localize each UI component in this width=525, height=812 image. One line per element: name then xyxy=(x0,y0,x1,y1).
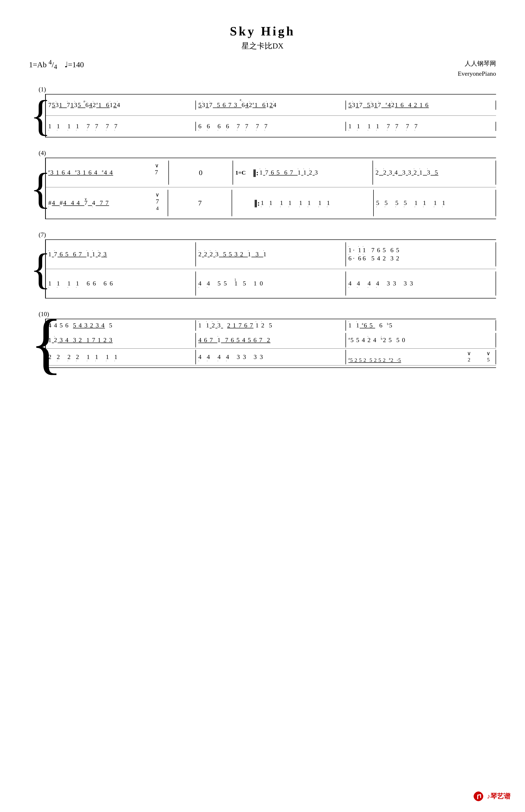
measure-1-1: ·75·31 ·71·35 ·#64·2#1 6·12·4 xyxy=(46,100,196,110)
bass-notes: ·2 ·2 ·2 ·2 ·1 ·1 ·1 ·1 xyxy=(48,354,118,361)
subtitle: 星之卡比DX xyxy=(19,41,506,51)
measure-10-3-top: ·1 ·1 #6 5 6 b5 xyxy=(346,320,496,331)
note-7hi: ·7 xyxy=(48,102,52,109)
bass-notes: ·6 ·6 ·6 ·6 ·7 ·7 ·7 ·7 xyxy=(198,123,268,130)
repeat-start: ‖: xyxy=(253,169,259,177)
source2: EveryonePiano xyxy=(458,69,496,79)
measure-4-1: #3 1 6 4 #3 1 6 4 #4 4 ∨7 xyxy=(46,160,169,185)
source1: 人人钢琴网 xyxy=(458,59,496,69)
notes: 5·31·7 5 6 7 3 ·#64·2#1 6·12·4 xyxy=(198,102,277,109)
bar-left-1 xyxy=(45,94,46,137)
measure-7-1: ·1 ·7 6 5 6 7 ·1 ·1 ·2 3 xyxy=(46,242,196,266)
bass-notes: #5 2 5 2 5 2 5 2 #2 ·5 xyxy=(348,357,401,363)
bass-measure-7-2: ·4 ·4 5 5 11 5 1 0 xyxy=(196,271,346,296)
key-change-section: 1=C xyxy=(233,170,250,176)
ornament-3b: ∨5 xyxy=(486,350,491,363)
ornament2: ∨74 xyxy=(155,192,159,212)
bass-notes: ·1 ·1 ·1 ·1 ·7 ·7 ·7 ·7 xyxy=(48,123,118,130)
key-change-label: 1=C xyxy=(236,170,246,176)
measure-1-3: 5·31·7 5·31·7 #4·21 6 4 2 1 6 xyxy=(346,100,496,110)
bass-measure-4-1: ·#4 ·#4 4 4 ∨7 ·4 7 7 ∨74 xyxy=(46,190,168,216)
brace-1: { xyxy=(30,94,51,137)
treble-staff-1: ·75·31 ·71·35 ·#64·2#1 6·12·4 5·31·7 5 6… xyxy=(46,94,496,116)
rest: 0 xyxy=(199,169,202,177)
tempo-info: 1=Ab 4/4 ♩=140 xyxy=(29,59,84,71)
measure-10-1-main: ·1 ·2 3 4 3 2 1 7 1 2 3 xyxy=(46,333,196,347)
section-label-1: (1) xyxy=(39,86,496,93)
section-label-10: (10) xyxy=(39,311,496,318)
bass-notes: ·1 ·1 ·1 ·1 ·1 ·1 ·1 ·1 xyxy=(261,199,331,207)
bass-notes: ·#4 ·#4 4 4 ∨7 ·4 7 7 xyxy=(48,199,109,207)
measure-4-3: ‖: ·1 ·7 6 5 6 7 ·1 ·1 ·2 3 xyxy=(250,160,373,185)
bass-staff-7: ·1 ·1 ·1 ·1 6 6 6 6 ·4 ·4 5 5 11 xyxy=(46,269,496,298)
source-info: 人人钢琴网 EveryonePiano xyxy=(458,59,496,79)
ornament: ∨7 xyxy=(155,162,159,176)
notes: 5·31·7 5·31·7 #4·21 6 4 2 1 6 xyxy=(348,102,429,109)
measure-10-2-main: 4 6 7 ·1 7 6 5 4 5 6 7 2 xyxy=(196,333,346,347)
notes: #5 5 4 ·2 4 ·b2 5 5 0 xyxy=(348,337,406,344)
repeat-start-bass: ‖: xyxy=(254,199,260,207)
measure-4-2: 0 xyxy=(169,160,233,185)
treble-lower: ·6· ·6 ·6 5 4 2 3 2 xyxy=(348,255,400,262)
bass-notes: ·4 ·4 5 5 11 5 1 0 xyxy=(198,280,264,287)
key-signature: 1=Ab 4/4 xyxy=(29,59,57,71)
bass-measure-4-2: 7 xyxy=(168,190,232,216)
logo-icon xyxy=(472,790,484,802)
measure-1-2: 5·31·7 5 6 7 3 ·#64·2#1 6·12·4 xyxy=(196,100,346,110)
bass-measure-1-2: ·6 ·6 ·6 ·6 ·7 ·7 ·7 ·7 xyxy=(196,122,346,131)
bass-notes: ·4 ·4 ·4 ·4 3 3 3 3 xyxy=(348,280,414,287)
bass-measure-10-3: ∨2 ∨5 #5 2 5 2 5 2 5 2 #2 ·5 xyxy=(346,350,496,364)
notes: ·2 ·2 3 4 3 3 ·2 ·1 ·3 5 xyxy=(375,169,438,176)
measure-4-4: ·2 ·2 3 4 3 3 ·2 ·1 ·3 5 xyxy=(373,160,496,185)
page: Sky High 星之卡比DX 1=Ab 4/4 ♩=140 人人钢琴网 Eve… xyxy=(0,0,525,812)
title-section: Sky High 星之卡比DX xyxy=(19,24,506,51)
treble-top-10: 4 4 5 6 5 4 3 2 3 4 5 ·1 ·1 ·2 ·3 2 1 7 xyxy=(46,319,496,332)
bass-notes: ·4 ·4 ·4 ·4 3 3 3 3 xyxy=(198,354,264,361)
bass-measure-7-3: ·4 ·4 ·4 ·4 3 3 3 3 xyxy=(346,271,496,296)
bass-staff-4: ·#4 ·#4 4 4 ∨7 ·4 7 7 ∨74 7 xyxy=(46,187,496,219)
treble-staff-7: ·1 ·7 6 5 6 7 ·1 ·1 ·2 3 ·2 ·2 ·2 xyxy=(46,239,496,269)
bass-measure-1-1: ·1 ·1 ·1 ·1 ·7 ·7 ·7 ·7 xyxy=(46,122,196,131)
bass-notes: ·5 ·5 ·5 ·5 ·1 ·1 ·1 ·1 xyxy=(376,199,446,207)
bass-measure-4-4: ·5 ·5 ·5 ·5 ·1 ·1 ·1 ·1 xyxy=(374,190,496,216)
bar-left-10 xyxy=(45,319,46,368)
bass-measure-4-3: ‖: ·1 ·1 ·1 ·1 ·1 ·1 ·1 ·1 xyxy=(251,190,374,216)
notes: ·75·31 ·71·35 ·#64·2#1 6·12·4 xyxy=(48,102,121,109)
bass-measure-10-2: ·4 ·4 ·4 ·4 3 3 3 3 xyxy=(196,350,346,364)
notes: ·1 ·7 6 5 6 7 ·1 ·1 ·2 3 xyxy=(48,251,107,258)
section-label-4: (4) xyxy=(39,150,496,157)
bass-top-10: ·2 ·2 ·2 ·2 ·1 ·1 ·1 ·1 ·4 ·4 xyxy=(46,349,496,365)
ornament-3a: ∨2 xyxy=(467,350,471,363)
treble-upper: ·1· ·1 ·1 7 6 5 6 5 xyxy=(348,247,400,254)
measure-10-1-top: 4 4 5 6 5 4 3 2 3 4 5 xyxy=(46,320,196,331)
notes: ·1 ·1 ·2 ·3 2 1 7 6 7 ·1 ·2 5 xyxy=(198,322,273,329)
logo-text: ♪琴艺谱 xyxy=(487,792,511,801)
notes: 4 6 7 ·1 7 6 5 4 5 6 7 2 xyxy=(198,337,270,344)
bottom-logo: ♪琴艺谱 xyxy=(472,790,511,802)
measure-10-3-main: #5 5 4 ·2 4 ·b2 5 5 0 xyxy=(346,333,496,347)
section-label-7: (7) xyxy=(39,231,496,238)
notes: ·1 ·7 6 5 6 7 ·1 ·1 ·2 3 xyxy=(260,169,318,176)
treble-main-10: ·1 ·2 3 4 3 2 1 7 1 2 3 4 6 7 ·1 7 6 5 4… xyxy=(46,332,496,349)
measure-7-3: ·1· ·1 ·1 7 6 5 6 5 ·6· ·6 ·6 5 4 2 3 2 xyxy=(346,242,496,266)
treble-staff-4: #3 1 6 4 #3 1 6 4 #4 4 ∨7 0 1=C ‖: xyxy=(46,158,496,187)
bass-measure-10-1: ·2 ·2 ·2 ·2 ·1 ·1 ·1 ·1 xyxy=(46,350,196,364)
bass-measure-7-1: ·1 ·1 ·1 ·1 6 6 6 6 xyxy=(46,271,196,296)
bass-bottom-10 xyxy=(46,365,496,368)
measure-10-2-top: ·1 ·1 ·2 ·3 2 1 7 6 7 ·1 ·2 5 xyxy=(196,320,346,331)
measure-7-2: ·2 ·2 ·2 ·3 5 5 3 2 ·1 3 ·1 xyxy=(196,242,346,266)
bass-notes: ·1 ·1 ·1 ·1 ·7 ·7 ·7 ·7 xyxy=(348,123,418,130)
meta-row: 1=Ab 4/4 ♩=140 人人钢琴网 EveryonePiano xyxy=(29,59,496,79)
rest: 7 xyxy=(198,199,202,207)
bass-staff-1: ·1 ·1 ·1 ·1 ·7 ·7 ·7 ·7 ·6 ·6 xyxy=(46,116,496,137)
notes: ·2 ·2 ·2 ·3 5 5 3 2 ·1 3 ·1 xyxy=(198,251,267,258)
bass-measure-1-3: ·1 ·1 ·1 ·1 ·7 ·7 ·7 ·7 xyxy=(346,122,496,131)
notes: ·1 ·1 #6 5 6 b5 xyxy=(348,322,393,329)
notes: #3 1 6 4 #3 1 6 4 #4 4 xyxy=(48,169,113,176)
main-title: Sky High xyxy=(19,24,506,38)
tempo: ♩=140 xyxy=(64,60,84,69)
bass-notes: ·1 ·1 ·1 ·1 6 6 6 6 xyxy=(48,280,114,287)
